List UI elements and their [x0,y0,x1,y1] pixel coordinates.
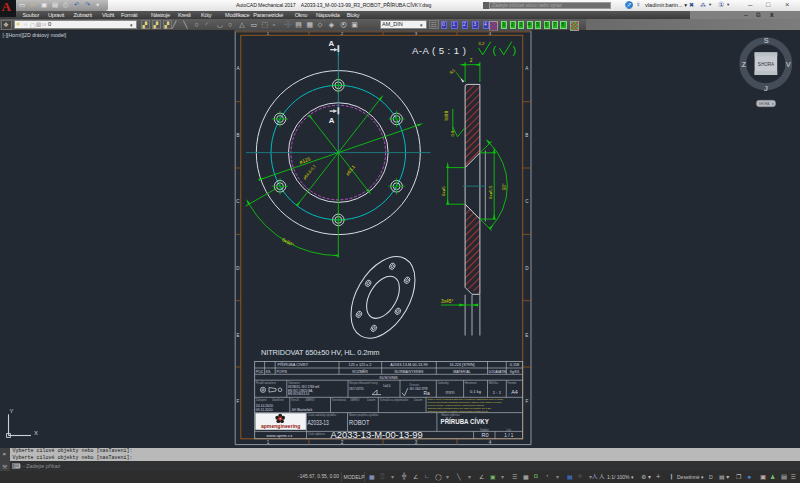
svg-text:POZ.: POZ. [256,370,264,374]
svg-text:mm: mm [446,389,455,395]
svg-text:Ukoňčení: Ukoňčení [272,398,284,402]
svg-text:A: A [525,66,529,71]
svg-text:PŘÍRUBA CÍVKY: PŘÍRUBA CÍVKY [441,417,489,426]
svg-text:Datum: Datum [414,398,423,402]
svg-text:R1: R1 [449,67,457,75]
svg-text:apmengineering: apmengineering [261,423,300,429]
svg-text:09.11.2020: 09.11.2020 [256,408,273,412]
svg-text:125 x 125 x 2: 125 x 125 x 2 [349,363,372,367]
svg-text:X: X [34,430,38,436]
svg-text:Kontroloval: Kontroloval [332,398,346,402]
svg-text:C: C [236,199,240,204]
svg-text:24.10.2020: 24.10.2020 [256,404,273,408]
svg-text:Číslo výkresu: Číslo výkresu [308,431,325,436]
svg-text:POPIS: POPIS [277,370,288,374]
svg-text:Y: Y [10,408,14,414]
svg-text:NITRIDOVAT 650±50 HV, HL. 0.2m: NITRIDOVAT 650±50 HV, HL. 0.2mm [261,348,379,357]
svg-text:4: 4 [489,440,492,445]
svg-text:Jiří Bartošek: Jiří Bartošek [291,408,312,412]
svg-text:0.158: 0.158 [510,363,520,367]
svg-text:Kreslil: Kreslil [291,398,299,402]
svg-text:Kg/KS: Kg/KS [510,370,519,374]
svg-text:A2033-13-M-00-13-99: A2033-13-M-00-13-99 [390,363,427,367]
svg-text:SHORA: SHORA [758,62,775,67]
svg-text:3: 3 [415,440,418,445]
svg-text:PŘÍRUBA CÍVKY: PŘÍRUBA CÍVKY [278,362,309,367]
svg-text:Hmotnost: Hmotnost [465,381,477,385]
svg-text:6x60°: 6x60° [281,237,294,248]
svg-text:3x45°: 3x45° [441,299,453,304]
svg-text:ISO 13715: ISO 13715 [349,387,364,391]
svg-text:0,8: 0,8 [450,130,455,136]
svg-text:E: E [236,333,239,338]
svg-text:ø125: ø125 [298,155,311,164]
svg-text:1: 1 [267,440,270,445]
svg-text:ROZMĚR: ROZMĚR [352,369,368,374]
svg-text:6xø5,5: 6xø5,5 [488,185,493,199]
svg-text:D: D [236,266,240,271]
svg-text:SHORA: SHORA [759,102,770,106]
svg-text:MATERIÁL: MATERIÁL [453,370,471,374]
svg-text:A: A [329,116,335,125]
svg-text:ROBOT: ROBOT [349,418,370,427]
svg-text:Použil označení: Použil označení [256,381,276,385]
svg-text:Drsnost: Drsnost [410,383,420,387]
svg-text:Formát: Formát [508,381,517,385]
svg-text:KS.: KS. [266,370,272,374]
svg-text:90°: 90° [502,183,507,190]
svg-text:3,2: 3,2 [478,41,485,46]
svg-text:Měřítko: Měřítko [489,381,499,385]
svg-text:A-A ( 5 : 1 ): A-A ( 5 : 1 ) [412,45,466,56]
svg-text:EN ISO9013-10: EN ISO9013-10 [288,392,310,396]
svg-text:B: B [525,133,528,138]
svg-text:ø63,1: ø63,1 [345,164,356,177]
svg-text:E: E [525,333,528,338]
svg-text:JMÉNO: JMÉNO [350,397,361,402]
svg-text:Název projektu-výrobku: Název projektu-výrobku [349,413,379,417]
svg-text:www.apme.cz: www.apme.cz [266,433,292,438]
svg-text:B: B [236,133,239,138]
svg-text:S: S [764,36,769,45]
svg-text:): ) [513,44,517,56]
svg-text:Ra: Ra [424,390,431,396]
svg-text:leštit: leštit [444,110,449,120]
svg-text:0,1 kg: 0,1 kg [470,389,481,394]
svg-text:DODAVATEL: DODAVATEL [489,370,508,374]
svg-text:A2033-13: A2033-13 [308,418,329,427]
svg-text:1 : 1: 1 : 1 [493,390,502,395]
svg-text:Zahájení: Zahájení [256,398,267,402]
svg-text:Schválil za objednatele: Schválil za objednatele [380,398,409,402]
svg-text:(: ( [493,44,497,56]
svg-text:A: A [328,39,334,48]
svg-text:Z: Z [741,60,746,69]
svg-text:2: 2 [341,440,344,445]
svg-text:D: D [525,266,529,271]
svg-text:NORMA/VÝKRES: NORMA/VÝKRES [395,370,425,374]
svg-text:List: List [507,428,512,432]
svg-text:Datum: Datum [367,398,376,402]
svg-text:A: A [236,66,240,71]
svg-text:2: 2 [470,58,473,63]
svg-text:Číslo zakázky-výrobku: Číslo zakázky-výrobku [308,412,336,417]
svg-text:R0: R0 [481,432,488,438]
svg-text:JMÉNO: JMÉNO [305,397,316,402]
svg-text:J: J [764,84,768,93]
svg-text:C: C [525,199,529,204]
svg-text:6xø5: 6xø5 [441,186,446,196]
svg-text:1 / 1: 1 / 1 [504,433,513,438]
svg-text:F: F [237,399,240,404]
svg-text:1±0,5: 1±0,5 [383,384,391,388]
svg-text:Jednotky: Jednotky [438,381,450,385]
svg-text:KUSOVNÍK: KUSOVNÍK [379,376,398,380]
svg-text:Nespecifikované hrany: Nespecifikované hrany [349,381,378,385]
svg-text:A2033-13-M-00-13-99: A2033-13-M-00-13-99 [331,430,423,440]
svg-text:ø94,6-0,1: ø94,6-0,1 [302,163,317,181]
svg-text:A4: A4 [511,389,518,395]
svg-text:16.226 [STRN]: 16.226 [STRN] [449,363,474,367]
svg-text:F: F [525,399,528,404]
